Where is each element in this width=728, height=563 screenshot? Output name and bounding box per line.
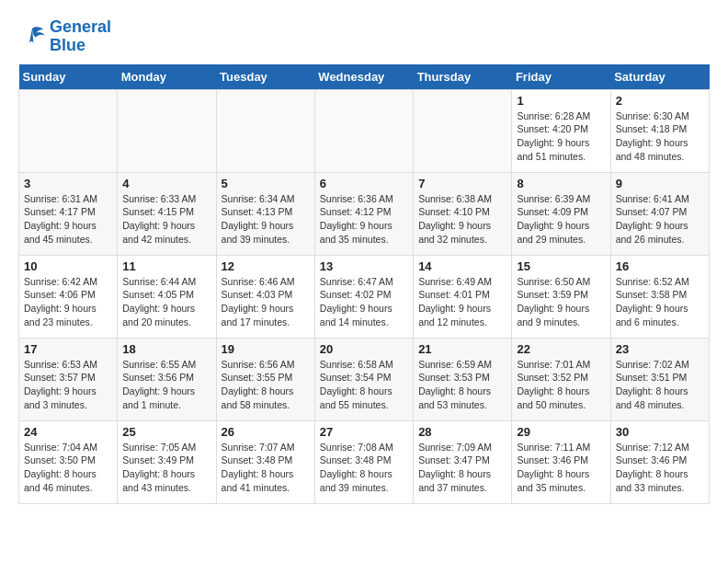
calendar-cell: 28Sunrise: 7:09 AM Sunset: 3:47 PM Dayli… <box>414 420 512 503</box>
day-info: Sunrise: 6:33 AM Sunset: 4:15 PM Dayligh… <box>122 192 210 247</box>
calendar-cell: 18Sunrise: 6:55 AM Sunset: 3:56 PM Dayli… <box>118 338 216 420</box>
calendar-cell: 4Sunrise: 6:33 AM Sunset: 4:15 PM Daylig… <box>118 172 216 255</box>
day-number: 26 <box>222 425 310 439</box>
calendar-cell: 1Sunrise: 6:28 AM Sunset: 4:20 PM Daylig… <box>512 89 610 172</box>
calendar-cell: 23Sunrise: 7:02 AM Sunset: 3:51 PM Dayli… <box>610 338 709 420</box>
calendar-cell: 10Sunrise: 6:42 AM Sunset: 4:06 PM Dayli… <box>19 255 118 338</box>
day-number: 27 <box>320 425 408 439</box>
day-number: 4 <box>122 177 210 190</box>
calendar-cell: 9Sunrise: 6:41 AM Sunset: 4:07 PM Daylig… <box>610 172 709 255</box>
day-info: Sunrise: 7:01 AM Sunset: 3:52 PM Dayligh… <box>517 358 605 412</box>
day-info: Sunrise: 7:05 AM Sunset: 3:49 PM Dayligh… <box>122 441 210 495</box>
calendar-cell: 20Sunrise: 6:58 AM Sunset: 3:54 PM Dayli… <box>314 338 413 420</box>
calendar-cell: 25Sunrise: 7:05 AM Sunset: 3:49 PM Dayli… <box>118 420 216 503</box>
day-info: Sunrise: 6:56 AM Sunset: 3:55 PM Dayligh… <box>222 358 310 412</box>
column-header-monday: Monday <box>118 64 216 90</box>
day-info: Sunrise: 6:38 AM Sunset: 4:10 PM Dayligh… <box>418 192 506 247</box>
day-info: Sunrise: 6:58 AM Sunset: 3:54 PM Dayligh… <box>320 358 408 412</box>
calendar-header-row: SundayMondayTuesdayWednesdayThursdayFrid… <box>19 64 710 90</box>
day-number: 21 <box>418 342 506 356</box>
day-info: Sunrise: 7:04 AM Sunset: 3:50 PM Dayligh… <box>24 441 112 495</box>
day-info: Sunrise: 6:46 AM Sunset: 4:03 PM Dayligh… <box>222 275 310 329</box>
week-row-1: 1Sunrise: 6:28 AM Sunset: 4:20 PM Daylig… <box>19 89 710 172</box>
column-header-tuesday: Tuesday <box>216 64 314 90</box>
day-number: 18 <box>122 342 210 356</box>
page-header: General Blue <box>18 18 710 55</box>
calendar-cell <box>414 89 512 172</box>
day-number: 30 <box>616 425 704 439</box>
column-header-friday: Friday <box>512 64 610 90</box>
calendar-cell: 11Sunrise: 6:44 AM Sunset: 4:05 PM Dayli… <box>118 255 216 338</box>
day-info: Sunrise: 7:11 AM Sunset: 3:46 PM Dayligh… <box>517 441 605 495</box>
day-number: 12 <box>222 259 310 273</box>
day-number: 15 <box>517 259 605 273</box>
calendar-cell: 22Sunrise: 7:01 AM Sunset: 3:52 PM Dayli… <box>512 338 610 420</box>
day-number: 1 <box>517 94 605 108</box>
column-header-thursday: Thursday <box>414 64 512 90</box>
logo-icon <box>18 23 46 51</box>
calendar-cell: 3Sunrise: 6:31 AM Sunset: 4:17 PM Daylig… <box>19 172 118 255</box>
day-info: Sunrise: 7:12 AM Sunset: 3:46 PM Dayligh… <box>616 441 704 495</box>
day-info: Sunrise: 6:42 AM Sunset: 4:06 PM Dayligh… <box>24 275 112 329</box>
day-info: Sunrise: 6:53 AM Sunset: 3:57 PM Dayligh… <box>24 358 112 412</box>
calendar-cell: 26Sunrise: 7:07 AM Sunset: 3:48 PM Dayli… <box>216 420 314 503</box>
day-number: 29 <box>517 425 605 439</box>
week-row-3: 10Sunrise: 6:42 AM Sunset: 4:06 PM Dayli… <box>19 255 710 338</box>
calendar-cell: 29Sunrise: 7:11 AM Sunset: 3:46 PM Dayli… <box>512 420 610 503</box>
calendar-cell: 17Sunrise: 6:53 AM Sunset: 3:57 PM Dayli… <box>19 338 118 420</box>
day-info: Sunrise: 7:09 AM Sunset: 3:47 PM Dayligh… <box>418 441 506 495</box>
day-number: 24 <box>24 425 112 439</box>
week-row-5: 24Sunrise: 7:04 AM Sunset: 3:50 PM Dayli… <box>19 420 710 503</box>
day-info: Sunrise: 7:02 AM Sunset: 3:51 PM Dayligh… <box>616 358 704 412</box>
day-info: Sunrise: 6:50 AM Sunset: 3:59 PM Dayligh… <box>517 275 605 329</box>
calendar-table: SundayMondayTuesdayWednesdayThursdayFrid… <box>18 64 710 504</box>
logo-text: General Blue <box>50 18 111 55</box>
day-info: Sunrise: 6:41 AM Sunset: 4:07 PM Dayligh… <box>616 192 704 247</box>
day-number: 16 <box>616 259 704 273</box>
day-number: 8 <box>517 177 605 190</box>
week-row-4: 17Sunrise: 6:53 AM Sunset: 3:57 PM Dayli… <box>19 338 710 420</box>
day-info: Sunrise: 7:07 AM Sunset: 3:48 PM Dayligh… <box>222 441 310 495</box>
day-number: 6 <box>320 177 408 190</box>
day-info: Sunrise: 6:30 AM Sunset: 4:18 PM Dayligh… <box>616 109 704 164</box>
day-number: 23 <box>616 342 704 356</box>
calendar-cell: 24Sunrise: 7:04 AM Sunset: 3:50 PM Dayli… <box>19 420 118 503</box>
day-info: Sunrise: 6:36 AM Sunset: 4:12 PM Dayligh… <box>320 192 408 247</box>
day-number: 2 <box>616 94 704 108</box>
calendar-cell: 13Sunrise: 6:47 AM Sunset: 4:02 PM Dayli… <box>314 255 413 338</box>
day-number: 19 <box>222 342 310 356</box>
day-info: Sunrise: 6:34 AM Sunset: 4:13 PM Dayligh… <box>222 192 310 247</box>
day-number: 13 <box>320 259 408 273</box>
day-number: 25 <box>122 425 210 439</box>
column-header-wednesday: Wednesday <box>314 64 413 90</box>
calendar-cell: 12Sunrise: 6:46 AM Sunset: 4:03 PM Dayli… <box>216 255 314 338</box>
calendar-cell <box>118 89 216 172</box>
day-info: Sunrise: 7:08 AM Sunset: 3:48 PM Dayligh… <box>320 441 408 495</box>
day-number: 22 <box>517 342 605 356</box>
day-number: 3 <box>24 177 112 190</box>
column-header-sunday: Sunday <box>19 64 118 90</box>
calendar-cell: 16Sunrise: 6:52 AM Sunset: 3:58 PM Dayli… <box>610 255 709 338</box>
logo: General Blue <box>18 18 111 55</box>
day-number: 14 <box>418 259 506 273</box>
calendar-cell: 8Sunrise: 6:39 AM Sunset: 4:09 PM Daylig… <box>512 172 610 255</box>
calendar-cell: 27Sunrise: 7:08 AM Sunset: 3:48 PM Dayli… <box>314 420 413 503</box>
calendar-cell <box>314 89 413 172</box>
day-number: 10 <box>24 259 112 273</box>
day-info: Sunrise: 6:44 AM Sunset: 4:05 PM Dayligh… <box>122 275 210 329</box>
calendar-cell: 7Sunrise: 6:38 AM Sunset: 4:10 PM Daylig… <box>414 172 512 255</box>
day-info: Sunrise: 6:55 AM Sunset: 3:56 PM Dayligh… <box>122 358 210 412</box>
calendar-cell: 30Sunrise: 7:12 AM Sunset: 3:46 PM Dayli… <box>610 420 709 503</box>
day-info: Sunrise: 6:39 AM Sunset: 4:09 PM Dayligh… <box>517 192 605 247</box>
day-info: Sunrise: 6:28 AM Sunset: 4:20 PM Dayligh… <box>517 109 605 164</box>
calendar-cell: 14Sunrise: 6:49 AM Sunset: 4:01 PM Dayli… <box>414 255 512 338</box>
calendar-cell <box>19 89 118 172</box>
calendar-cell <box>216 89 314 172</box>
day-info: Sunrise: 6:59 AM Sunset: 3:53 PM Dayligh… <box>418 358 506 412</box>
week-row-2: 3Sunrise: 6:31 AM Sunset: 4:17 PM Daylig… <box>19 172 710 255</box>
calendar-cell: 6Sunrise: 6:36 AM Sunset: 4:12 PM Daylig… <box>314 172 413 255</box>
calendar-cell: 2Sunrise: 6:30 AM Sunset: 4:18 PM Daylig… <box>610 89 709 172</box>
column-header-saturday: Saturday <box>610 64 709 90</box>
day-number: 28 <box>418 425 506 439</box>
day-number: 11 <box>122 259 210 273</box>
